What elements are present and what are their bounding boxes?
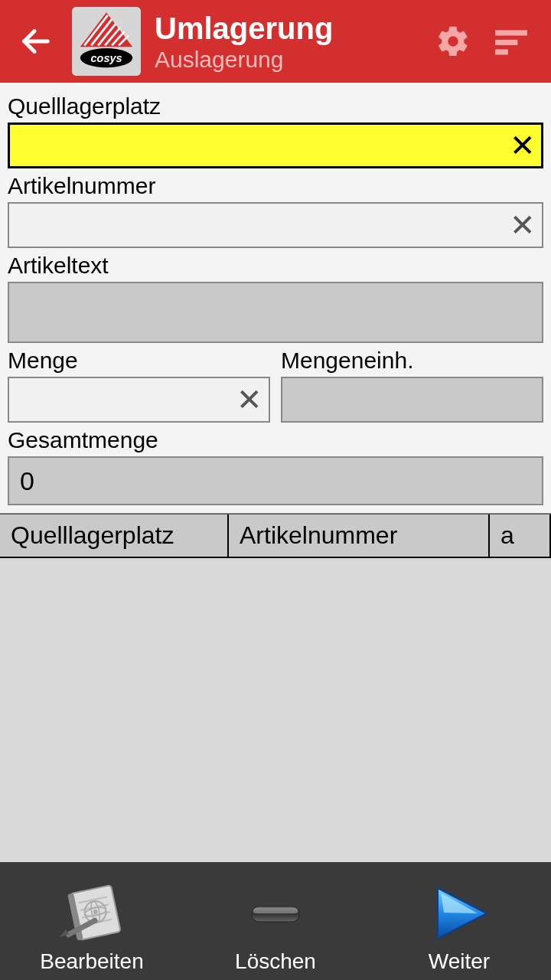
delete-button[interactable]: Löschen xyxy=(184,862,367,980)
mengeneinh-input xyxy=(281,377,543,423)
app-logo: cosys xyxy=(72,7,141,76)
svg-rect-11 xyxy=(495,30,527,35)
sort-button[interactable] xyxy=(490,20,533,63)
edit-label: Bearbeiten xyxy=(40,949,143,974)
clear-quelllagerplatz-icon[interactable]: ✕ xyxy=(510,130,536,161)
artikeltext-input xyxy=(8,282,543,343)
bottom-bar: Bearbeiten Löschen xyxy=(0,862,551,980)
col-quelllagerplatz[interactable]: Quelllagerplatz xyxy=(0,514,229,557)
menge-field: ✕ xyxy=(8,377,270,423)
artikelnummer-input[interactable] xyxy=(8,202,543,248)
gesamtmenge-label: Gesamtmenge xyxy=(8,427,543,453)
col-overflow[interactable]: a xyxy=(490,514,551,557)
arrow-left-icon xyxy=(18,24,54,59)
app-header: cosys Umlagerung Auslagerung xyxy=(0,0,551,83)
delete-label: Löschen xyxy=(235,949,316,974)
next-button[interactable]: Weiter xyxy=(367,862,551,980)
settings-button[interactable] xyxy=(432,20,474,63)
page-title: Umlagerung xyxy=(155,11,432,45)
svg-rect-12 xyxy=(495,40,517,45)
svg-rect-27 xyxy=(253,908,298,913)
gear-icon xyxy=(435,24,471,59)
clear-artikelnummer-icon[interactable]: ✕ xyxy=(510,210,536,240)
menge-input[interactable] xyxy=(8,377,270,423)
page-subtitle: Auslagerung xyxy=(155,47,432,72)
table-body[interactable] xyxy=(0,558,551,862)
menge-label: Menge xyxy=(8,348,270,374)
artikeltext-label: Artikeltext xyxy=(8,253,543,279)
quelllagerplatz-input[interactable] xyxy=(8,122,543,168)
artikeltext-field xyxy=(8,282,543,343)
svg-text:cosys: cosys xyxy=(91,52,122,64)
artikelnummer-label: Artikelnummer xyxy=(8,173,543,199)
mengeneinh-label: Mengeneinh. xyxy=(281,348,543,374)
header-titles: Umlagerung Auslagerung xyxy=(150,11,432,72)
edit-button[interactable]: Bearbeiten xyxy=(0,862,184,980)
artikelnummer-field: ✕ xyxy=(8,202,543,248)
gesamtmenge-value: 0 xyxy=(8,456,543,505)
mengeneinh-field xyxy=(281,377,543,423)
quelllagerplatz-field: ✕ xyxy=(8,122,543,168)
next-label: Weiter xyxy=(429,949,490,974)
play-icon xyxy=(421,882,497,945)
svg-rect-13 xyxy=(495,49,508,54)
col-artikelnummer[interactable]: Artikelnummer xyxy=(229,514,490,557)
quelllagerplatz-label: Quelllagerplatz xyxy=(8,93,543,119)
notebook-icon xyxy=(54,882,130,945)
table-header: Quelllagerplatz Artikelnummer a xyxy=(0,514,551,558)
back-button[interactable] xyxy=(9,15,63,68)
sort-icon xyxy=(492,22,530,60)
clear-menge-icon[interactable]: ✕ xyxy=(236,384,262,415)
header-actions xyxy=(432,20,542,63)
minus-icon xyxy=(241,882,310,945)
form-area: Quelllagerplatz ✕ Artikelnummer ✕ Artike… xyxy=(0,83,551,514)
